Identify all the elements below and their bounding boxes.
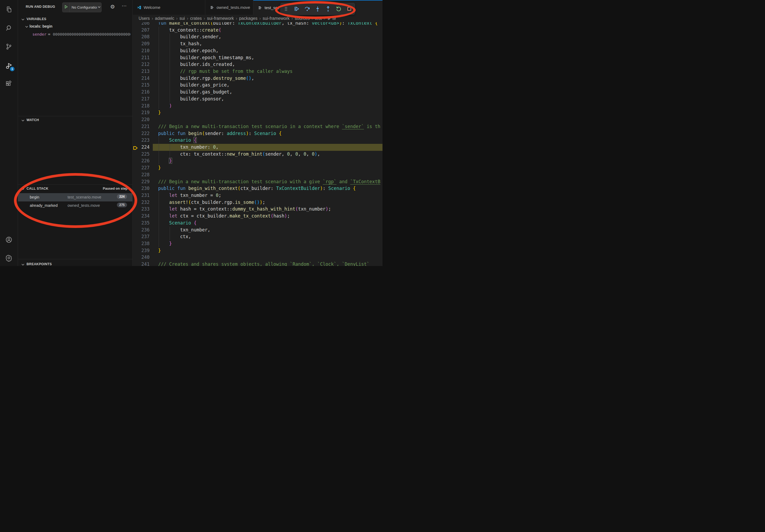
code-line-text[interactable]: builder.ids_created,	[153, 61, 382, 68]
code-line-text[interactable]: }	[153, 157, 382, 164]
line-number[interactable]: 226	[132, 157, 153, 164]
line-number[interactable]: 230	[132, 185, 153, 192]
step-into-icon[interactable]	[314, 5, 322, 13]
breadcrumb-item[interactable]: crates	[190, 16, 202, 21]
code-line-text[interactable]: builder.gas_price,	[153, 82, 382, 89]
line-number[interactable]: 235	[132, 220, 153, 227]
activity-extensions-extensions-icon[interactable]	[5, 80, 13, 88]
code-line-text[interactable]: builder.sponsor,	[153, 96, 382, 103]
code-line-text[interactable]: }	[153, 240, 382, 247]
call-stack-section-header[interactable]: CALL STACK Paused on step	[18, 185, 132, 193]
code-line-text[interactable]: builder.gas_budget,	[153, 89, 382, 96]
line-number[interactable]: 211	[132, 54, 153, 61]
code-line-text[interactable]: Scenario {	[153, 137, 382, 144]
code-line-text[interactable]: let hash = tx_context::dummy_tx_hash_wit…	[153, 206, 382, 213]
variable-row-sender[interactable]: sender = 0000000000000000000000000000000…	[18, 31, 132, 38]
code-line-text[interactable]: public fun begin(sender: address): Scena…	[153, 130, 382, 137]
line-number[interactable]: 210	[132, 47, 153, 54]
line-number[interactable]: 222	[132, 130, 153, 137]
line-number[interactable]: 228	[132, 171, 153, 178]
breadcrumb-item[interactable]: sui-framework	[207, 16, 234, 21]
code-line-text[interactable]: /// Begin a new multi-transaction test s…	[153, 178, 382, 185]
line-number[interactable]: 238	[132, 240, 153, 247]
start-debug-icon[interactable]	[62, 5, 69, 10]
line-number[interactable]: 218	[132, 103, 153, 110]
line-number[interactable]: 207	[132, 27, 153, 34]
code-line-text[interactable]: tx_context::create(	[153, 27, 382, 34]
code-line-text[interactable]: builder.epoch,	[153, 47, 382, 54]
activity-search-search-icon[interactable]	[5, 24, 13, 32]
call-stack-frame-begin[interactable]: begintest_scenario.move224	[18, 193, 132, 201]
breadcrumb-item[interactable]: packages	[239, 16, 258, 21]
breadcrumb-item[interactable]: adamwelc	[155, 16, 174, 21]
locals-scope-row[interactable]: locals: begin	[18, 23, 132, 30]
code-line-text[interactable]: }	[153, 109, 382, 116]
code-line-text[interactable]: builder.epoch_timestamp_ms,	[153, 54, 382, 61]
line-number[interactable]: 216	[132, 89, 153, 96]
code-editor[interactable]: 206fun make_tx_context(builder: TxContex…	[132, 15, 382, 266]
code-line-text[interactable]: Scenario {	[153, 220, 382, 227]
watch-section-header[interactable]: WATCH	[18, 116, 132, 124]
code-line-text[interactable]: public fun begin_with_context(ctx_builde…	[153, 185, 382, 192]
code-line-text[interactable]	[153, 254, 382, 261]
variables-section-header[interactable]: VARIABLES	[18, 15, 132, 23]
code-line-text[interactable]: }	[153, 164, 382, 171]
activity-settings-gear-icon[interactable]	[5, 254, 13, 262]
line-number[interactable]: 241	[132, 261, 153, 266]
line-number[interactable]: 217	[132, 96, 153, 103]
step-out-icon[interactable]	[324, 5, 332, 13]
code-line-text[interactable]: /// Creates and shares system objects, a…	[153, 261, 382, 266]
breadcrumb-item[interactable]: Users	[139, 16, 150, 21]
line-number[interactable]: 236	[132, 227, 153, 234]
line-number[interactable]: 225	[132, 151, 153, 158]
debug-config-dropdown[interactable]: No Configurations	[62, 2, 102, 12]
code-line-text[interactable]: builder.rgp.destroy_some(),	[153, 75, 382, 82]
line-number[interactable]: 220	[132, 116, 153, 123]
line-number[interactable]: 223	[132, 137, 153, 144]
line-number[interactable]: 221	[132, 123, 153, 130]
breakpoints-section-header[interactable]: BREAKPOINTS	[18, 260, 132, 266]
activity-run-and-debug-debug-icon[interactable]: 1	[5, 62, 13, 70]
code-line-text[interactable]: }	[153, 247, 382, 254]
code-line-text[interactable]: txn_number: 0,	[153, 144, 382, 151]
step-over-icon[interactable]	[303, 5, 311, 13]
code-line-text[interactable]: ctx,	[153, 233, 382, 240]
line-number[interactable]: 239	[132, 247, 153, 254]
code-line-text[interactable]: tx_hash,	[153, 40, 382, 47]
line-number[interactable]: 212	[132, 61, 153, 68]
gear-icon[interactable]: ⚙	[110, 3, 115, 10]
code-line-text[interactable]: )	[153, 103, 382, 110]
line-number[interactable]: 209	[132, 40, 153, 47]
line-number[interactable]: 234	[132, 213, 153, 220]
code-line-text[interactable]: /// Begin a new multi-transaction test s…	[153, 123, 382, 130]
breadcrumb-item[interactable]: sui	[179, 16, 185, 21]
line-number[interactable]: 215	[132, 82, 153, 89]
line-number[interactable]: 240	[132, 254, 153, 261]
code-line-text[interactable]	[153, 171, 382, 178]
restart-icon[interactable]	[335, 5, 343, 13]
stop-icon[interactable]	[345, 5, 353, 13]
code-line-text[interactable]: let ctx = ctx_builder.make_tx_context(ha…	[153, 213, 382, 220]
code-line-text[interactable]: assert!(ctx_builder.rgp.is_some());	[153, 199, 382, 206]
line-number[interactable]: 213	[132, 68, 153, 75]
tab-welcome[interactable]: Welcome	[132, 0, 205, 15]
line-number[interactable]: 224	[132, 144, 153, 151]
drag-grip-icon[interactable]	[282, 5, 290, 13]
code-line-text[interactable]	[153, 116, 382, 123]
code-line-text[interactable]: let txn_number = 0;	[153, 192, 382, 199]
code-line-text[interactable]: builder.sender,	[153, 34, 382, 40]
activity-source-control-source-control-icon[interactable]	[5, 43, 13, 50]
more-actions-icon[interactable]: ⋯	[122, 3, 127, 9]
call-stack-frame-already_marked[interactable]: already_markedowned_tests.move275	[18, 201, 132, 210]
line-number[interactable]: 219	[132, 109, 153, 116]
line-number[interactable]: 227	[132, 164, 153, 171]
line-number[interactable]: 237	[132, 233, 153, 240]
activity-accounts-account-icon[interactable]	[5, 236, 13, 243]
continue-icon[interactable]	[293, 5, 301, 13]
breadcrumb-item[interactable]: sources	[295, 16, 310, 21]
activity-explorer-files-icon[interactable]	[5, 6, 13, 13]
line-number[interactable]: 232	[132, 199, 153, 206]
line-number[interactable]: 208	[132, 34, 153, 40]
code-line-text[interactable]: txn_number,	[153, 227, 382, 234]
line-number[interactable]: 231	[132, 192, 153, 199]
